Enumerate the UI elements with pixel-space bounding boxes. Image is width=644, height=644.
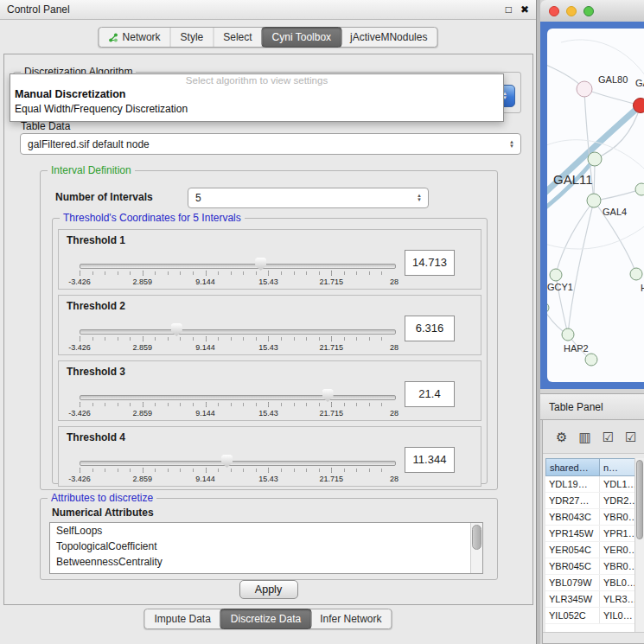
network-node-node-5[interactable] <box>585 354 597 366</box>
tab-style[interactable]: Style <box>171 28 214 47</box>
column-header[interactable]: n… <box>600 458 635 476</box>
tab-discretize-data[interactable]: Discretize Data <box>220 609 311 629</box>
group-title: Threshold's Coordinates for 5 Intervals <box>60 212 245 224</box>
network-icon <box>109 33 118 42</box>
threshold-value-field[interactable]: 11.344 <box>405 447 455 473</box>
tab-select[interactable]: Select <box>214 28 262 47</box>
table-body: YDL19…YDL1…YDR27…YDR2…YBR043CYBR0…YPR145… <box>545 476 635 633</box>
attributes-scrollbar[interactable] <box>470 523 482 573</box>
threshold-label: Threshold 1 <box>67 234 125 246</box>
scrollbar-thumb[interactable] <box>636 460 643 539</box>
network-node-node-2[interactable] <box>635 183 644 195</box>
table-row[interactable]: YDR27…YDR2… <box>545 493 635 509</box>
network-node-node-3[interactable] <box>630 268 642 280</box>
threshold-value-field[interactable]: 21.4 <box>405 381 455 407</box>
combo-stepper-icon[interactable]: ▲ ▼ <box>413 194 428 202</box>
table-row[interactable]: YBL079WYBL0… <box>545 575 635 591</box>
tick-label: 28 <box>390 277 399 286</box>
settings-icon[interactable]: ⚙ <box>556 430 567 443</box>
attribute-item[interactable]: BetweennessCentrality <box>50 554 482 570</box>
table-cell: YPR1… <box>600 526 635 541</box>
thresholds-coordinates-group: Threshold's Coordinates for 5 Intervals … <box>52 218 488 484</box>
table-cell: YER054C <box>545 542 600 558</box>
column-header[interactable]: shared… <box>545 458 600 476</box>
table-cell: YLR3… <box>600 591 635 607</box>
table-row[interactable]: YDL19…YDL1… <box>545 476 635 493</box>
table-cell: YBR0… <box>600 509 635 525</box>
columns-icon[interactable]: ▥ <box>578 430 590 443</box>
table-row[interactable]: YER054CYER0… <box>545 542 635 558</box>
tab-network[interactable]: Network <box>99 28 171 47</box>
network-node-GCY1[interactable] <box>550 269 562 281</box>
threshold-value-field[interactable]: 14.713 <box>405 250 455 276</box>
network-node-node-1[interactable] <box>588 152 602 166</box>
arrow-down-icon: ▼ <box>417 198 422 202</box>
tab-label: Discretize Data <box>231 613 301 625</box>
tick-label: 28 <box>390 475 399 483</box>
apply-button[interactable]: Apply <box>239 580 298 599</box>
table-row[interactable]: YBR043CYBR0… <box>545 509 635 526</box>
table-data-label: Table Data <box>21 120 70 132</box>
float-window-icon[interactable]: □ <box>506 4 512 15</box>
tick-label: 21.715 <box>319 343 343 352</box>
tick-label: 28 <box>390 343 399 352</box>
table-row[interactable]: YPR145WYPR1… <box>545 526 635 542</box>
table-cell: YER0… <box>600 542 635 558</box>
network-canvas[interactable]: GAL80GAGAL11GAL4GCY1HHAP2 <box>547 29 644 382</box>
minimize-traffic-light-icon[interactable] <box>566 6 577 16</box>
network-node-HAP2[interactable] <box>562 328 574 341</box>
tick-label: 21.715 <box>319 277 343 286</box>
tick-label: 2.859 <box>133 475 153 483</box>
zoom-traffic-light-icon[interactable] <box>583 6 594 16</box>
threshold-value-field[interactable]: 6.316 <box>405 316 455 341</box>
threshold-slider: -3.4262.8599.14415.4321.71528 <box>80 261 394 287</box>
slider-tick-labels: -3.4262.8599.14415.4321.71528 <box>80 458 394 484</box>
number-of-intervals-select[interactable]: 5 ▲ ▼ <box>188 188 429 208</box>
dropdown-option-manual-discretization[interactable]: Manual Discretization <box>10 87 503 102</box>
tab-jactivemnodules[interactable]: jActiveMNodules <box>341 28 437 47</box>
attributes-to-discretize-group: Attributes to discretize Numerical Attri… <box>40 498 498 580</box>
table-header-row: shared…n… <box>545 458 635 476</box>
network-node-GAL80[interactable] <box>577 81 592 97</box>
table-cell: YBR045C <box>545 558 600 574</box>
select-columns-icon[interactable]: ☑ <box>625 430 636 443</box>
combo-stepper-icon[interactable]: ▲ ▼ <box>506 140 520 149</box>
table-cell: YDL19… <box>545 476 600 492</box>
table-scrollbar[interactable] <box>634 458 644 633</box>
table-data-select[interactable]: galFiltered.sif default node ▲ ▼ <box>20 133 521 155</box>
scrollbar-thumb[interactable] <box>472 525 481 550</box>
dropdown-hint: Select algorithm to view settings <box>10 74 503 87</box>
network-node-red-node[interactable] <box>634 99 644 113</box>
tick-label: -3.426 <box>68 475 91 483</box>
node-label: H <box>641 283 644 293</box>
network-view[interactable]: GAL80GAGAL11GAL4GCY1HHAP2 <box>540 22 644 389</box>
close-traffic-light-icon[interactable] <box>549 6 559 16</box>
tick-label: 15.43 <box>258 343 278 352</box>
close-icon[interactable]: ✖ <box>520 4 529 15</box>
table-row[interactable]: YLR345WYLR3… <box>545 591 635 608</box>
table-row[interactable]: YIL052CYIL0… <box>545 608 635 624</box>
table-cell: YDL1… <box>600 476 635 492</box>
network-edge <box>556 201 594 275</box>
dropdown-option-equal-width-frequency[interactable]: Equal Width/Frequency Discretization <box>10 102 503 117</box>
tab-infer-network[interactable]: Infer Network <box>310 609 391 628</box>
tab-cyni-toolbox[interactable]: Cyni Toolbox <box>262 27 341 48</box>
tab-label: Impute Data <box>154 613 210 625</box>
threshold-panel: Threshold 1 14.713 -3.4262.8599.14415.43… <box>58 229 481 290</box>
node-label: GAL11 <box>553 172 593 187</box>
network-node-GAL4[interactable] <box>587 194 601 207</box>
select-rows-icon[interactable]: ☑ <box>603 430 614 443</box>
threshold-panel: Threshold 3 21.4 -3.4262.8599.14415.4321… <box>58 360 481 421</box>
table-horizontal-scrollbar[interactable] <box>543 632 644 643</box>
tab-impute-data[interactable]: Impute Data <box>144 609 220 628</box>
numerical-attributes-label: Numerical Attributes <box>52 507 154 519</box>
attribute-item[interactable]: TopologicalCoefficient <box>50 539 482 554</box>
threshold-panel: Threshold 2 6.316 -3.4262.8599.14415.432… <box>58 295 481 355</box>
threshold-slider: -3.4262.8599.14415.4321.71528 <box>80 327 394 353</box>
attribute-item[interactable]: SelfLoops <box>50 523 482 539</box>
table-cell: YLR345W <box>545 591 600 607</box>
table-row[interactable]: YBR045CYBR0… <box>545 558 635 575</box>
tab-label: Cyni Toolbox <box>272 31 331 43</box>
control-panel-titlebar: Control Panel □ ✖ <box>0 0 536 20</box>
network-node-node-4[interactable] <box>547 303 549 313</box>
